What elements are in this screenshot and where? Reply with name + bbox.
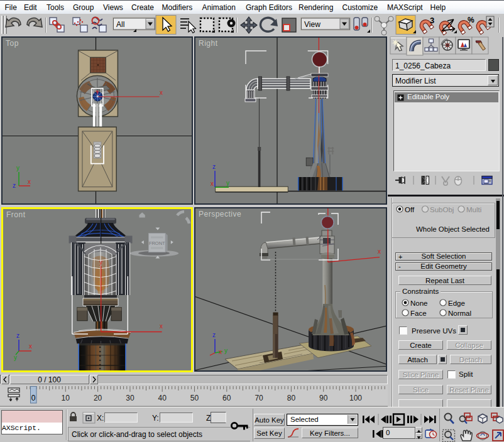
svg-text:10: 10 [62, 394, 70, 402]
svg-text:x: x [219, 348, 222, 355]
svg-text:All: All [116, 20, 124, 29]
svg-text:y: y [99, 259, 102, 266]
svg-text:Off: Off [405, 206, 415, 213]
svg-text:z: z [212, 332, 216, 338]
svg-text:y: y [14, 354, 17, 361]
svg-text:Edge: Edge [448, 299, 465, 307]
svg-text:Normal: Normal [448, 310, 471, 317]
svg-text:z: z [212, 163, 216, 170]
svg-text:0: 0 [31, 394, 36, 402]
svg-text:Multi: Multi [466, 206, 481, 213]
svg-text:%: % [468, 16, 474, 24]
svg-text:x: x [378, 248, 381, 255]
svg-text:z: z [16, 332, 19, 339]
svg-text:SubObj: SubObj [430, 206, 454, 213]
svg-text:Face: Face [410, 310, 427, 317]
svg-text:y: y [16, 164, 19, 171]
svg-text:None: None [410, 299, 428, 307]
svg-text:Right: Right [199, 39, 218, 48]
svg-text:x: x [160, 323, 163, 330]
svg-text:50: 50 [190, 394, 199, 402]
svg-text:80: 80 [287, 394, 296, 402]
svg-text:y: y [96, 89, 99, 95]
svg-text:60: 60 [222, 394, 231, 402]
svg-text:View: View [304, 20, 320, 29]
svg-text:30: 30 [126, 394, 134, 402]
svg-text:90: 90 [319, 394, 328, 402]
svg-text:Front: Front [6, 210, 26, 219]
svg-text:70: 70 [255, 394, 263, 402]
svg-text:x: x [29, 343, 32, 350]
svg-text:FRONT: FRONT [149, 240, 165, 246]
svg-text:Top: Top [6, 39, 19, 48]
svg-text:y: y [224, 347, 227, 354]
svg-text:y: y [226, 180, 229, 186]
svg-text:20: 20 [94, 394, 102, 402]
svg-text:x: x [211, 180, 214, 187]
svg-text:3: 3 [430, 16, 434, 25]
svg-text:z: z [13, 182, 16, 189]
svg-text:x: x [28, 178, 31, 185]
svg-text:40: 40 [158, 394, 167, 402]
svg-text:Perspective: Perspective [199, 210, 241, 218]
svg-text:x: x [160, 89, 163, 96]
svg-text:100: 100 [349, 394, 362, 402]
